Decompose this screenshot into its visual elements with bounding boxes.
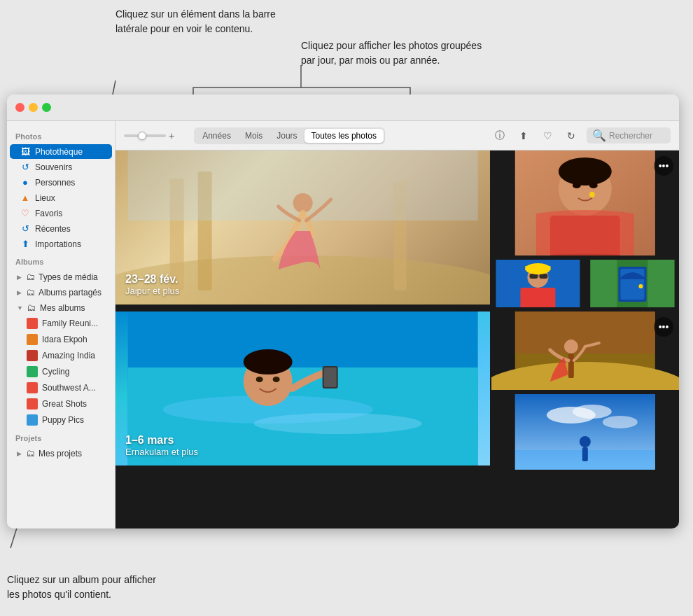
album-label: Southwest A... <box>42 383 96 393</box>
svg-point-54 <box>580 436 591 447</box>
maximize-button[interactable] <box>42 103 51 112</box>
sidebar-group-types-media[interactable]: ▶ 🗂 Types de média <box>10 270 112 284</box>
annotation-bottom: Cliquez sur un album pour afficher les p… <box>7 573 252 602</box>
main-photo-jaipur[interactable]: 23–28 fév. Jaipur et plus <box>115 150 490 304</box>
tab-annees[interactable]: Années <box>195 129 238 143</box>
sidebar-section-projets: Projets <box>7 428 115 445</box>
album-icon <box>27 334 38 345</box>
sidebar-group-albums-partages[interactable]: ▶ 🗂 Albums partagés <box>10 285 112 300</box>
photo-date-1: 23–28 fév. <box>125 273 179 286</box>
svg-rect-42 <box>324 368 337 387</box>
photo-day-section-1: 23–28 fév. Jaipur et plus <box>115 150 679 310</box>
sidebar-item-southwest[interactable]: Southwest A... <box>10 380 112 396</box>
minimize-button[interactable] <box>29 103 38 112</box>
svg-rect-47 <box>568 354 574 378</box>
album-label: Family Reuni... <box>42 318 98 328</box>
sidebar-item-family-reuni[interactable]: Family Reuni... <box>10 316 112 331</box>
side-photo-man[interactable] <box>491 260 584 310</box>
tab-jours[interactable]: Jours <box>270 129 304 143</box>
side-photo-sky-bottom[interactable] <box>491 394 679 470</box>
svg-point-15 <box>589 192 595 197</box>
side-photo-woman[interactable]: ••• <box>491 150 679 258</box>
svg-point-40 <box>273 377 280 382</box>
zoom-plus-button[interactable]: + <box>169 130 174 141</box>
album-icon <box>27 350 38 361</box>
folder-icon: 🗂 <box>24 287 36 298</box>
album-icon <box>27 382 38 393</box>
annotation-text: Cliquez pour afficher les photos groupée… <box>301 40 482 51</box>
toolbar-actions: ⓘ ⬆ ♡ ↻ 🔍 Rechercher <box>491 127 671 144</box>
sidebar-section-photos: Photos <box>7 127 115 144</box>
sidebar-item-importations[interactable]: ⬆ Importations <box>10 237 112 251</box>
toolbar: + Années Mois Jours Toutes les photos ⓘ … <box>115 121 679 150</box>
sidebar-item-favoris[interactable]: ♡ Favoris <box>10 206 112 220</box>
album-label: Cycling <box>42 367 69 377</box>
sidebar-item-puppy-pics[interactable]: Puppy Pics <box>10 412 112 428</box>
close-button[interactable] <box>15 103 24 112</box>
zoom-thumb[interactable] <box>138 132 146 140</box>
side-photos-2: ••• <box>491 312 679 470</box>
sidebar-item-label: Importations <box>35 239 81 249</box>
side-photos-bottom-1 <box>491 260 679 310</box>
tab-mois[interactable]: Mois <box>238 129 270 143</box>
sidebar-item-souvenirs[interactable]: ↺ Souvenirs <box>10 160 112 174</box>
svg-point-46 <box>564 340 578 354</box>
sidebar-item-personnes[interactable]: ● Personnes <box>10 175 112 190</box>
sidebar-item-recentes[interactable]: ↺ Récentes <box>10 221 112 236</box>
search-icon: 🔍 <box>592 129 606 142</box>
favorite-button[interactable]: ♡ <box>539 127 556 144</box>
svg-rect-55 <box>582 447 588 461</box>
sidebar-item-lieux[interactable]: ▲ Lieux <box>10 190 112 205</box>
group-label: Types de média <box>38 272 98 282</box>
group-label: Mes albums <box>40 303 85 313</box>
album-icon <box>27 398 38 410</box>
side-photo-desert-man[interactable]: ••• <box>491 312 679 393</box>
sidebar-item-idara-ekpoh[interactable]: Idara Ekpoh <box>10 332 112 347</box>
sidebar-section-albums: Albums <box>7 252 115 269</box>
rotate-button[interactable]: ↻ <box>563 127 580 144</box>
more-button-1[interactable]: ••• <box>654 156 673 176</box>
title-bar <box>7 94 679 121</box>
share-button[interactable]: ⬆ <box>515 127 532 144</box>
svg-point-30 <box>639 284 643 288</box>
album-label: Puppy Pics <box>42 415 84 425</box>
phototheque-icon: 🖼 <box>20 146 31 157</box>
zoom-slider-container: + <box>124 130 183 141</box>
svg-point-10 <box>293 193 313 213</box>
sidebar-item-label: Lieux <box>35 193 55 203</box>
sidebar-group-mes-albums[interactable]: ▼ 🗂 Mes albums <box>10 300 112 315</box>
album-label: Idara Ekpoh <box>42 335 88 344</box>
group-label: Mes projets <box>38 449 82 458</box>
sidebar-item-amazing-india[interactable]: Amazing India <box>10 348 112 363</box>
app-window: Photos 🖼 Photothèque ↺ Souvenirs ● Perso… <box>7 94 679 528</box>
sidebar-item-phototheque[interactable]: 🖼 Photothèque <box>10 144 112 159</box>
sidebar-item-label: Souvenirs <box>35 162 72 172</box>
search-box[interactable]: 🔍 Rechercher <box>587 127 671 144</box>
annotation-text: Cliquez sur un élément dans la barre <box>115 8 276 20</box>
sidebar-item-label: Favoris <box>35 209 62 218</box>
chevron-right-icon: ▶ <box>17 450 22 457</box>
photo-day-section-2: 1–6 mars Ernakulam et plus <box>115 312 679 470</box>
zoom-slider[interactable] <box>124 134 166 137</box>
folder-icon: 🗂 <box>26 302 37 313</box>
sidebar-item-cycling[interactable]: Cycling <box>10 364 112 379</box>
annotation-text: les photos qu'il contient. <box>7 589 111 600</box>
tab-toutes[interactable]: Toutes les photos <box>304 129 384 143</box>
personnes-icon: ● <box>20 177 31 188</box>
door-photo-svg <box>586 260 679 307</box>
photo-grid: 23–28 fév. Jaipur et plus <box>115 150 679 528</box>
side-photo-door[interactable] <box>586 260 679 310</box>
side-photos-1: ••• <box>491 150 679 310</box>
sidebar-item-great-shots[interactable]: Great Shots <box>10 396 112 412</box>
info-button[interactable]: ⓘ <box>491 127 508 144</box>
main-photo-ernakulam[interactable]: 1–6 mars Ernakulam et plus <box>115 312 490 465</box>
sidebar-group-mes-projets[interactable]: ▶ 🗂 Mes projets <box>10 446 112 461</box>
svg-point-17 <box>589 183 598 188</box>
more-button-2[interactable]: ••• <box>654 317 673 337</box>
album-icon <box>27 366 38 377</box>
sidebar: Photos 🖼 Photothèque ↺ Souvenirs ● Perso… <box>7 121 115 528</box>
folder-icon: 🗂 <box>24 272 36 282</box>
annotation-text: Cliquez sur un album pour afficher <box>7 574 156 585</box>
svg-point-14 <box>559 158 612 186</box>
annotation-text: latérale pour en voir le contenu. <box>115 23 253 34</box>
